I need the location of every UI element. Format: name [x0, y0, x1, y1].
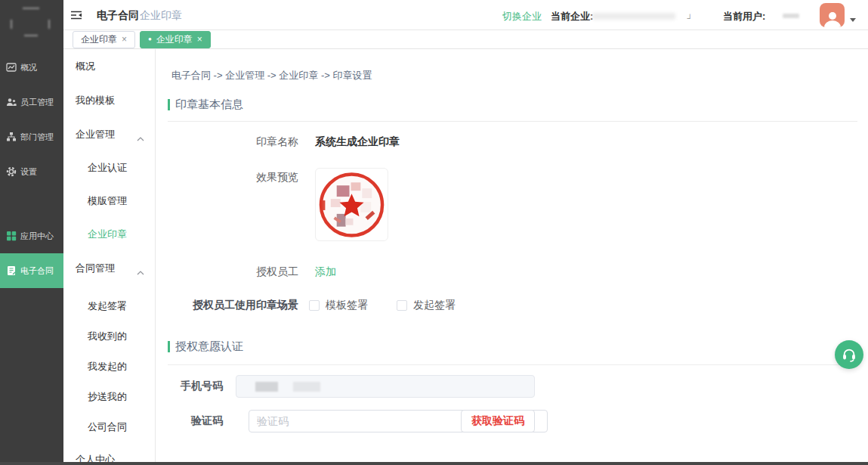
verification-code-row: 验证码 获取验证码: [168, 410, 857, 432]
seal-name-label: 印章名称: [168, 135, 298, 149]
sidebar-item-employees[interactable]: 员工管理: [0, 85, 63, 119]
logo-blur-mark: [48, 20, 50, 29]
contract-icon: [6, 265, 17, 276]
seal-name-value: 系统生成企业印章: [315, 135, 400, 149]
menu-item-label: 企业管理: [76, 128, 115, 141]
checkbox-template-sign[interactable]: 模板签署: [309, 299, 368, 312]
chevron-up-icon: [137, 132, 144, 144]
sidebar-item-departments[interactable]: 部门管理: [0, 119, 63, 154]
tab-enterprise-seal[interactable]: 企业印章 ×: [73, 31, 135, 48]
sidebar-item-label: 部门管理: [20, 132, 54, 143]
bottom-scrollbar-strip[interactable]: [0, 462, 868, 465]
primary-menu: 概况 员工管理 部门管理 设置 应用中心: [0, 42, 63, 288]
logo-blur-mark: [24, 35, 38, 36]
censored-user-name: [783, 14, 799, 18]
censored-phone-part: [255, 382, 278, 392]
breadcrumb-separator: /: [133, 9, 136, 21]
menu-item-enterprise-cert[interactable]: 企业认证: [63, 151, 155, 184]
phone-input[interactable]: [236, 375, 535, 398]
secondary-sidebar: 概况 我的模板 企业管理 企业认证 模版管理 企业印章 合同管理 发起签署 我收…: [63, 49, 156, 465]
menu-item-overview[interactable]: 概况: [63, 49, 155, 83]
menu-item-template-mgmt[interactable]: 模版管理: [63, 184, 155, 218]
phone-field-wrap: [236, 375, 535, 398]
menu-item-label: 概况: [76, 60, 95, 73]
users-icon: [6, 97, 17, 107]
page-path: 电子合同 -> 企业管理 -> 企业印章 -> 印章设置: [171, 69, 857, 82]
seal-name-row: 印章名称 系统生成企业印章: [168, 135, 857, 149]
menu-item-label: 企业认证: [88, 161, 127, 175]
primary-sidebar: 概况 员工管理 部门管理 设置 应用中心: [0, 0, 63, 465]
menu-item-initiated[interactable]: 我发起的: [63, 352, 155, 382]
org-icon: [6, 132, 17, 142]
tab-close-icon[interactable]: ×: [197, 35, 202, 44]
sidebar-item-label: 设置: [20, 166, 37, 178]
menu-item-label: 企业印章: [88, 228, 127, 241]
checkbox-initiate-sign[interactable]: 发起签署: [397, 299, 456, 312]
authorized-employee-label: 授权员工: [168, 265, 298, 279]
menu-item-cc-me[interactable]: 抄送我的: [63, 382, 155, 412]
menu-item-received[interactable]: 我收到的: [63, 321, 155, 352]
logo-blur-mark: [23, 8, 39, 9]
sidebar-item-settings[interactable]: 设置: [0, 154, 63, 189]
tab-label: 企业印章: [81, 33, 117, 46]
section-accent-bar: [168, 99, 170, 110]
seal-preview-image: [315, 168, 388, 241]
menu-item-my-templates[interactable]: 我的模板: [63, 83, 155, 117]
menu-item-label: 抄送我的: [88, 390, 127, 404]
verification-code-label: 验证码: [168, 414, 223, 428]
phone-label: 手机号码: [168, 380, 223, 393]
sidebar-item-econtract[interactable]: 电子合同: [0, 253, 63, 288]
authorized-employee-row: 授权员工 添加: [168, 265, 857, 279]
chart-icon: [6, 62, 17, 73]
section-divider: [168, 121, 857, 122]
sidebar-item-label: 电子合同: [20, 265, 54, 277]
user-avatar[interactable]: [820, 3, 845, 27]
menu-item-initiate-sign[interactable]: 发起签署: [63, 291, 155, 321]
censored-phone-part: [293, 382, 320, 392]
menu-item-label: 合同管理: [76, 262, 115, 275]
chevron-up-icon: [137, 266, 144, 277]
user-menu-caret-icon[interactable]: [850, 18, 856, 22]
add-employee-link[interactable]: 添加: [315, 265, 336, 279]
sidebar-item-label: 员工管理: [20, 97, 54, 108]
tab-bar: 企业印章 × ● 企业印章 ×: [63, 30, 868, 49]
company-name-bracket: 」: [686, 8, 696, 22]
censored-company-name: [592, 13, 675, 20]
menu-item-label: 公司合同: [88, 420, 127, 434]
seal-scene-row: 授权员工使用印章场景 模板签署 发起签署: [168, 299, 857, 312]
verification-code-field-wrap: 获取验证码: [236, 410, 535, 432]
checkbox-label: 发起签署: [413, 299, 456, 312]
section-title-text: 印章基本信息: [175, 98, 243, 112]
customer-service-button[interactable]: [835, 340, 863, 369]
checkbox-icon[interactable]: [397, 300, 407, 311]
seal-scene-options: 模板签署 发起签署: [309, 299, 456, 312]
phone-row: 手机号码: [168, 375, 857, 398]
section-title-text: 授权意愿认证: [175, 339, 243, 354]
main-content: 电子合同 -> 企业管理 -> 企业印章 -> 印章设置 印章基本信息 印章名称…: [156, 49, 868, 465]
sidebar-item-overview[interactable]: 概况: [0, 50, 63, 85]
tab-enterprise-seal-active[interactable]: ● 企业印章 ×: [140, 31, 211, 48]
menu-item-label: 我收到的: [88, 330, 127, 343]
menu-item-label: 我的模板: [76, 94, 115, 107]
switch-company-link[interactable]: 切换企业: [502, 10, 542, 23]
menu-item-contract-mgmt[interactable]: 合同管理: [63, 251, 155, 285]
seal-preview-row: 效果预览: [168, 168, 857, 241]
menu-item-company-contracts[interactable]: 公司合同: [63, 412, 155, 442]
menu-item-label: 发起签署: [88, 299, 127, 313]
top-header: 电子合同 / 企业印章 切换企业 当前企业: 」 当前用户:: [63, 0, 868, 30]
get-code-button[interactable]: 获取验证码: [461, 410, 535, 432]
app-logo[interactable]: [0, 0, 63, 42]
menu-item-enterprise-seal[interactable]: 企业印章: [63, 218, 155, 251]
tab-label: 企业印章: [156, 33, 193, 46]
gear-icon: [6, 166, 17, 177]
collapse-menu-icon[interactable]: [70, 9, 82, 21]
current-company-label: 当前企业:: [551, 10, 593, 23]
breadcrumb-current-page[interactable]: 企业印章: [140, 9, 182, 23]
sidebar-item-app-center[interactable]: 应用中心: [0, 219, 63, 253]
sidebar-item-label: 应用中心: [20, 231, 54, 242]
sidebar-item-label: 概况: [20, 62, 37, 73]
tab-close-icon[interactable]: ×: [122, 35, 127, 44]
section-divider: [168, 364, 857, 365]
checkbox-icon[interactable]: [309, 300, 320, 311]
menu-item-enterprise-mgmt[interactable]: 企业管理: [63, 117, 155, 151]
